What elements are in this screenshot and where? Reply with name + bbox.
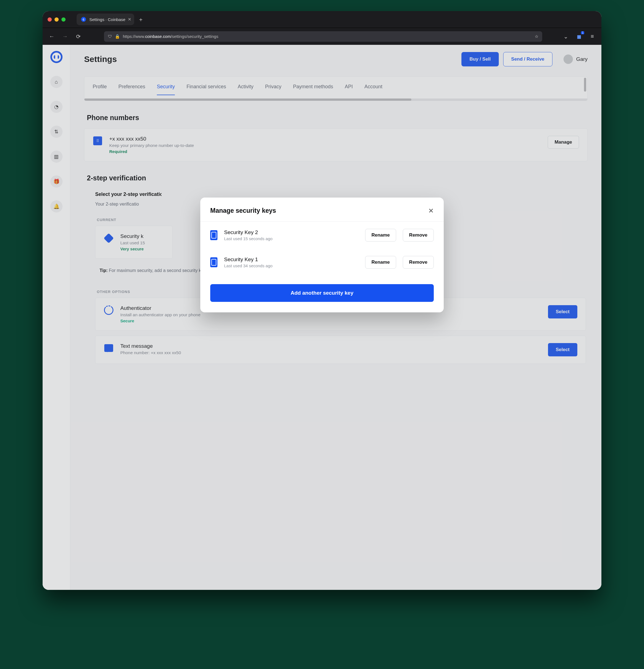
url-bar: ← → ⟳ 🛡 🔒 https://www.coinbase.com/setti… [43, 28, 601, 45]
coinbase-favicon: c [81, 17, 86, 22]
forward-icon[interactable]: → [61, 32, 69, 41]
lock-icon: 🔒 [115, 34, 120, 39]
security-key-sub: Last used 34 seconds ago [224, 264, 358, 268]
address-field[interactable]: 🛡 🔒 https://www.coinbase.com/settings/se… [104, 31, 542, 42]
security-key-icon [210, 230, 217, 240]
menu-icon[interactable]: ≡ [588, 32, 597, 41]
security-key-sub: Last used 15 seconds ago [224, 236, 358, 241]
browser-window: c Settings · Coinbase ✕ ＋ ← → ⟳ 🛡 🔒 http… [43, 11, 601, 590]
modal-title: Manage security keys [210, 207, 428, 214]
tab-title: Settings · Coinbase [89, 17, 125, 22]
shield-icon: 🛡 [108, 34, 112, 39]
security-key-name: Security Key 2 [224, 229, 358, 236]
remove-key-button[interactable]: Remove [403, 229, 434, 242]
reload-icon[interactable]: ⟳ [74, 32, 83, 41]
modal-close-icon[interactable]: ✕ [428, 207, 434, 215]
rename-key-button[interactable]: Rename [365, 229, 396, 242]
security-key-row-1: Security Key 1 Last used 34 seconds ago … [200, 249, 444, 276]
modal-overlay[interactable] [43, 45, 601, 590]
tab-close-icon[interactable]: ✕ [128, 17, 131, 22]
close-window-icon[interactable] [47, 17, 52, 22]
modal-manage-security-keys: Manage security keys ✕ Security Key 2 La… [200, 198, 444, 312]
maximize-window-icon[interactable] [61, 17, 66, 22]
minimize-window-icon[interactable] [55, 17, 59, 22]
security-key-icon [210, 257, 217, 267]
extension-icon[interactable]: ◼1 [575, 32, 583, 41]
browser-right-icons: ⌄ ◼1 ≡ [561, 32, 597, 41]
titlebar: c Settings · Coinbase ✕ ＋ [43, 11, 601, 28]
url-text: https://www.coinbase.com/settings/securi… [123, 34, 532, 39]
pocket-icon[interactable]: ⌄ [561, 32, 570, 41]
bookmark-star-icon[interactable]: ☆ [535, 34, 538, 39]
window-controls [47, 17, 66, 22]
security-key-name: Security Key 1 [224, 256, 358, 262]
rename-key-button[interactable]: Rename [365, 256, 396, 269]
new-tab-button[interactable]: ＋ [134, 16, 147, 23]
add-security-key-button[interactable]: Add another security key [210, 284, 434, 302]
remove-key-button[interactable]: Remove [403, 256, 434, 269]
security-key-row-0: Security Key 2 Last used 15 seconds ago … [200, 222, 444, 249]
page-content: ⌂ ◔ ⇅ ▥ 🎁 🔔 Settings Buy / Sell Send / R… [43, 45, 601, 590]
back-icon[interactable]: ← [47, 32, 56, 41]
browser-tab[interactable]: c Settings · Coinbase ✕ [77, 14, 134, 25]
